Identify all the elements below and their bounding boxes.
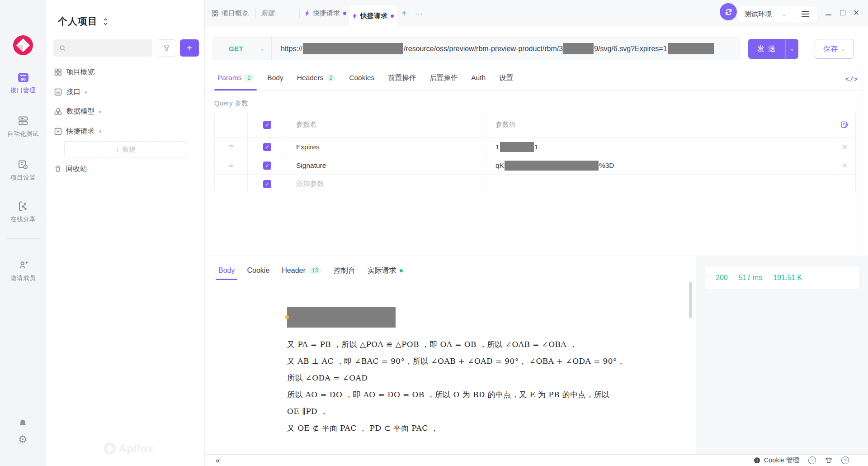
new-tab-button[interactable]: +: [401, 0, 407, 26]
tab-params[interactable]: Params 2: [217, 65, 254, 90]
theme-shirt-icon[interactable]: [825, 457, 832, 464]
save-label: 保存: [823, 44, 838, 54]
params-scroll-gutter[interactable]: [863, 63, 868, 256]
rail-item-automation-test[interactable]: 自动化测试: [0, 115, 46, 138]
tab-headers[interactable]: Headers 2: [297, 65, 336, 90]
redacted-content-block: [287, 307, 396, 328]
search-icon: [59, 45, 66, 52]
bulk-edit-icon[interactable]: [841, 121, 849, 128]
tree-item-label: 回收站: [66, 164, 87, 174]
expand-arrow-icon[interactable]: ▸: [85, 89, 88, 95]
rail-item-api-manage[interactable]: 96 接口管理: [0, 72, 46, 95]
tab-label: Body: [267, 74, 283, 82]
tab-post-actions[interactable]: 后置操作: [429, 65, 458, 90]
rail-item-online-share[interactable]: 在线分享: [0, 201, 46, 223]
tab-label: Cookies: [349, 74, 374, 82]
cookie-manager-button[interactable]: Cookie 管理: [754, 456, 799, 465]
tab-body[interactable]: Body: [267, 65, 283, 90]
drag-handle-icon[interactable]: ≡: [229, 143, 233, 152]
url-input[interactable]: https:///resource/oss/preview/rbm-previe…: [281, 43, 715, 54]
tree-item-api[interactable]: 96 接口 ▸: [46, 84, 205, 100]
tab-label: Header: [282, 266, 305, 275]
window-maximize-button[interactable]: [838, 8, 848, 18]
sync-button[interactable]: [720, 3, 737, 20]
tab-actual-request[interactable]: 实际请求: [368, 261, 403, 281]
tab-console[interactable]: 控制台: [334, 261, 355, 281]
params-count-badge: 2: [244, 74, 254, 81]
row-checkbox[interactable]: ✓: [263, 143, 271, 151]
tree-item-data-model[interactable]: 数据模型 ▸: [46, 104, 205, 119]
window-close-button[interactable]: ✕: [851, 8, 861, 18]
server-gear-icon: [0, 159, 46, 170]
tree-item-label: 接口: [66, 87, 80, 97]
param-value-cell[interactable]: 11: [486, 138, 834, 156]
help-icon[interactable]: ?: [841, 456, 849, 464]
param-value-cell[interactable]: qK%3D: [486, 156, 834, 175]
code-view-icon[interactable]: </>: [845, 76, 858, 83]
tab-cookies[interactable]: Cookies: [349, 65, 374, 90]
header-count-badge: 13: [309, 267, 321, 274]
menu-burger-icon[interactable]: [802, 11, 809, 17]
tab-new[interactable]: 新建..: [261, 0, 278, 26]
tab-label: Body: [218, 266, 235, 275]
send-button[interactable]: 发 送 ⌄: [748, 39, 798, 59]
tab-quick-request-2-active[interactable]: 快捷请求: [349, 5, 397, 26]
collapse-arrow-icon[interactable]: ▾: [99, 128, 102, 134]
tree-item-quick-request[interactable]: 快捷请求 ▾: [46, 124, 205, 139]
select-all-checkbox[interactable]: ✓: [263, 121, 271, 129]
tab-quick-request-1[interactable]: 快捷请求: [305, 0, 346, 26]
row-checkbox[interactable]: ✓: [263, 180, 271, 188]
response-section: Body Cookie Header 13 控制台 实际请求: [205, 256, 868, 454]
status-time: 517 ms: [739, 274, 762, 282]
settings-gear-icon[interactable]: ⚙: [18, 434, 28, 445]
expand-arrow-icon[interactable]: ▸: [99, 109, 102, 114]
param-name-cell[interactable]: Expires: [287, 138, 486, 156]
delete-row-icon[interactable]: ✕: [842, 162, 848, 170]
drag-handle-icon[interactable]: ≡: [229, 161, 233, 170]
window-minimize-button[interactable]: [823, 8, 833, 18]
filter-button[interactable]: [157, 39, 176, 57]
search-input[interactable]: [53, 39, 152, 57]
response-tabs: Body Cookie Header 13 控制台 实际请求: [205, 261, 403, 281]
project-explorer: 个人项目 +: [46, 0, 205, 466]
tab-auth[interactable]: Auth: [471, 65, 486, 90]
tab-pre-actions[interactable]: 前置操作: [388, 65, 416, 90]
redacted-id: [563, 43, 594, 54]
tab-response-body[interactable]: Body: [218, 261, 235, 281]
query-section-title: Query 参数: [214, 99, 248, 108]
tab-settings[interactable]: 设置: [499, 65, 513, 90]
drag-column-header: [215, 112, 247, 137]
delete-row-icon[interactable]: ✕: [842, 143, 848, 151]
collapse-sidebar-icon[interactable]: «: [216, 456, 220, 464]
tab-response-header[interactable]: Header 13: [282, 261, 321, 281]
param-value-cell[interactable]: [486, 175, 834, 193]
request-tabs: Params 2 Body Headers 2 Cookies 前置操作 后置操…: [205, 65, 863, 91]
method-select[interactable]: GET ⌄: [213, 38, 272, 60]
tab-project-overview[interactable]: 项目概览: [212, 0, 249, 26]
notifications-bell-icon[interactable]: [18, 418, 28, 428]
rail-item-invite-members[interactable]: 邀请成员: [0, 260, 46, 282]
save-button[interactable]: 保存 ⌄: [815, 39, 854, 59]
row-checkbox[interactable]: ✓: [263, 162, 271, 170]
rail-item-project-settings[interactable]: 项目设置: [0, 159, 46, 182]
environment-selector[interactable]: 测试环境 ⌄: [737, 6, 817, 22]
tab-label: 快捷请求: [360, 12, 387, 20]
param-row-add[interactable]: ✓ 添加参数: [215, 174, 855, 193]
chevron-down-icon[interactable]: ⌄: [786, 46, 798, 52]
add-param-placeholder[interactable]: 添加参数: [287, 175, 486, 193]
apifox-logo[interactable]: [13, 35, 33, 55]
project-switcher-icon[interactable]: [103, 18, 108, 26]
new-request-button[interactable]: + 新建: [64, 141, 187, 157]
param-name-cell[interactable]: Signature: [287, 156, 486, 175]
more-tabs-button[interactable]: ···: [415, 0, 423, 26]
response-scrollbar[interactable]: [689, 282, 692, 318]
query-params-table: ✓ 参数名 参数值 ≡ ✓ Expires 11 ✕: [214, 112, 856, 193]
new-item-button[interactable]: +: [180, 39, 199, 57]
tree-item-label: 项目概览: [66, 67, 94, 77]
tree-item-recycle-bin[interactable]: 回收站: [46, 161, 205, 176]
tab-response-cookie[interactable]: Cookie: [247, 261, 269, 281]
tree-item-project-overview[interactable]: 项目概览: [46, 64, 205, 80]
upload-icon[interactable]: ↑: [808, 456, 816, 464]
bottom-bar: « Cookie 管理 ↑ ?: [205, 454, 868, 466]
app-rail: 96 接口管理 自动化测试: [0, 0, 46, 466]
